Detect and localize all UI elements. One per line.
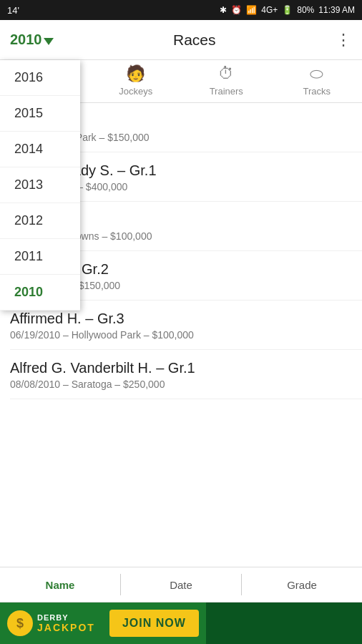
year-dropdown: 2016 2015 2014 2013 2012 2011 2010	[0, 60, 80, 311]
tab-tracks-label: Tracks	[303, 86, 331, 97]
battery-percent: 80%	[297, 5, 314, 15]
alarm-icon: ⏰	[231, 5, 242, 15]
ad-jackpot-label: JACKPOT	[37, 622, 95, 633]
network-icon: 4G+	[261, 5, 278, 15]
page-title: Races	[54, 31, 336, 49]
year-option-2014[interactable]: 2014	[0, 132, 80, 167]
race-details: 06/19/2010 – Hollywood Park – $100,000	[10, 329, 362, 341]
year-option-2013[interactable]: 2013	[0, 167, 80, 203]
ad-coin-icon: $	[7, 610, 33, 636]
status-right: ✱ ⏰ 📶 4G+ 🔋 80% 11:39 AM	[220, 5, 355, 15]
wifi-icon: 📶	[246, 5, 257, 15]
tab-trainers[interactable]: ⏱ Trainers	[181, 60, 272, 102]
sort-by-date[interactable]: Date	[121, 579, 241, 591]
ad-banner[interactable]: $ DERBY JACKPOT JOIN NOW	[0, 602, 362, 644]
year-selector[interactable]: 2010	[10, 31, 54, 48]
status-bar: 14' ✱ ⏰ 📶 4G+ 🔋 80% 11:39 AM	[0, 0, 362, 20]
tab-jockeys-label: Jockeys	[119, 86, 152, 97]
year-option-2015[interactable]: 2015	[0, 96, 80, 132]
trainers-icon: ⏱	[218, 64, 234, 83]
ad-cta-button[interactable]: JOIN NOW	[109, 610, 199, 637]
status-left: 14'	[7, 5, 19, 16]
year-label: 2010	[10, 31, 42, 48]
jockeys-icon: 🧑	[126, 64, 145, 83]
year-caret-icon	[44, 38, 54, 45]
battery-icon: 🔋	[282, 5, 293, 15]
bluetooth-icon: ✱	[220, 5, 227, 15]
time-display: 11:39 AM	[318, 5, 355, 15]
tab-trainers-label: Trainers	[210, 86, 243, 97]
sort-by-grade[interactable]: Grade	[242, 579, 362, 591]
year-option-2016[interactable]: 2016	[0, 60, 80, 96]
ad-left: $ DERBY JACKPOT JOIN NOW	[0, 610, 206, 637]
tab-tracks[interactable]: ⬭ Tracks	[272, 60, 363, 102]
ad-derby-label: DERBY	[37, 613, 95, 622]
tracks-icon: ⬭	[310, 64, 323, 83]
overflow-menu-button[interactable]: ⋮	[336, 31, 352, 49]
ad-image	[206, 602, 362, 644]
toolbar: 2010 Races ⋮	[0, 20, 362, 60]
year-option-2011[interactable]: 2011	[0, 239, 80, 275]
race-item-5[interactable]: Alfred G. Vanderbilt H. – Gr.1 08/08/201…	[10, 350, 362, 399]
signal-strength: 14'	[7, 5, 19, 16]
sort-by-name[interactable]: Name	[0, 579, 120, 591]
year-option-2010[interactable]: 2010	[0, 275, 80, 311]
year-option-2012[interactable]: 2012	[0, 203, 80, 239]
ad-text: DERBY JACKPOT	[37, 613, 95, 633]
race-details: 08/08/2010 – Saratoga – $250,000	[10, 379, 362, 390]
race-name: Alfred G. Vanderbilt H. – Gr.1	[10, 360, 362, 376]
tab-jockeys[interactable]: 🧑 Jockeys	[91, 60, 182, 102]
race-name: Affirmed H. – Gr.3	[10, 311, 362, 327]
sort-bar: Name Date Grade	[0, 567, 362, 602]
